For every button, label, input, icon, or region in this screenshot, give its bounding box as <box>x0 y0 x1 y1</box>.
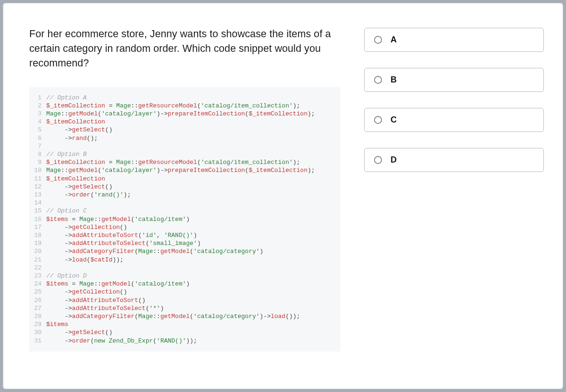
code-content: ->addAttributeToSort() <box>46 296 146 304</box>
code-content: $items = Mage::getModel('catalog/item') <box>46 280 190 288</box>
code-content <box>46 142 50 150</box>
code-content: Mage::getModel('catalog/layer')->prepare… <box>46 166 315 174</box>
line-number: 10 <box>32 166 46 174</box>
code-line: 8// Option B <box>32 150 336 158</box>
code-line: 6 ->rand(); <box>32 134 336 142</box>
code-line: 5 ->getSelect() <box>32 126 336 134</box>
line-number: 30 <box>32 328 46 336</box>
code-content: ->addCategoryFilter(Mage::getModel('cata… <box>46 247 263 255</box>
option-label: C <box>391 115 397 125</box>
code-line: 18 ->addAttributeToSort('id', 'RAND()') <box>32 231 336 239</box>
line-number: 18 <box>32 231 46 239</box>
line-number: 17 <box>32 223 46 231</box>
code-content <box>46 199 50 207</box>
line-number: 13 <box>32 191 46 199</box>
code-snippet: 1// Option A2$_itemCollection = Mage::ge… <box>29 87 341 351</box>
line-number: 20 <box>32 247 46 255</box>
answer-option-a[interactable]: A <box>364 28 544 52</box>
line-number: 9 <box>32 158 46 166</box>
code-line: 12 ->getSelect() <box>32 183 336 191</box>
option-label: B <box>391 75 397 85</box>
code-content: Mage::getModel('catalog/layer')->prepare… <box>46 110 315 118</box>
code-content: $_itemCollection <box>46 118 105 126</box>
line-number: 24 <box>32 280 46 288</box>
code-content: $items = Mage::getModel('catalog/item') <box>46 215 190 223</box>
code-line: 1// Option A <box>32 94 336 102</box>
code-line: 21 ->load($catId)); <box>32 256 336 264</box>
code-content: ->order(new Zend_Db_Expr('RAND()')); <box>46 337 197 345</box>
code-content: ->getSelect() <box>46 183 112 191</box>
code-line: 31 ->order(new Zend_Db_Expr('RAND()')); <box>32 337 336 345</box>
code-content: ->addAttributeToSelect('small_image') <box>46 239 201 247</box>
quiz-card: For her ecommerce store, Jenny wants to … <box>3 3 563 389</box>
line-number: 27 <box>32 304 46 312</box>
code-line: 7 <box>32 142 336 150</box>
line-number: 23 <box>32 272 46 280</box>
code-content: ->getCollection() <box>46 223 127 231</box>
code-line: 3Mage::getModel('catalog/layer')->prepar… <box>32 110 336 118</box>
code-line: 15// Option C <box>32 207 336 215</box>
line-number: 7 <box>32 142 46 150</box>
code-line: 9$_itemCollection = Mage::getResourceMod… <box>32 158 336 166</box>
line-number: 11 <box>32 175 46 183</box>
code-line: 13 ->order('rand()'); <box>32 191 336 199</box>
code-line: 25 ->getCollection() <box>32 288 336 296</box>
code-line: 17 ->getCollection() <box>32 223 336 231</box>
line-number: 3 <box>32 110 46 118</box>
code-line: 28 ->addCategoryFilter(Mage::getModel('c… <box>32 312 336 320</box>
code-line: 26 ->addAttributeToSort() <box>32 296 336 304</box>
code-content: // Option B <box>46 150 87 158</box>
code-content: ->rand(); <box>46 134 98 142</box>
code-content: $items <box>46 320 68 328</box>
code-content: ->getCollection() <box>46 288 127 296</box>
line-number: 21 <box>32 256 46 264</box>
line-number: 15 <box>32 207 46 215</box>
code-line: 10Mage::getModel('catalog/layer')->prepa… <box>32 166 336 174</box>
code-line: 14 <box>32 199 336 207</box>
code-content: $_itemCollection = Mage::getResourceMode… <box>46 158 300 166</box>
code-line: 16$items = Mage::getModel('catalog/item'… <box>32 215 336 223</box>
code-line: 19 ->addAttributeToSelect('small_image') <box>32 239 336 247</box>
code-content: // Option D <box>46 272 87 280</box>
line-number: 28 <box>32 312 46 320</box>
line-number: 1 <box>32 94 46 102</box>
radio-icon <box>374 116 382 124</box>
line-number: 25 <box>32 288 46 296</box>
line-number: 14 <box>32 199 46 207</box>
line-number: 16 <box>32 215 46 223</box>
code-content: $_itemCollection <box>46 175 105 183</box>
code-line: 29$items <box>32 320 336 328</box>
line-number: 29 <box>32 320 46 328</box>
code-line: 20 ->addCategoryFilter(Mage::getModel('c… <box>32 247 336 255</box>
code-line: 24$items = Mage::getModel('catalog/item'… <box>32 280 336 288</box>
answer-option-c[interactable]: C <box>364 108 544 132</box>
line-number: 4 <box>32 118 46 126</box>
answer-option-b[interactable]: B <box>364 68 544 92</box>
line-number: 5 <box>32 126 46 134</box>
code-line: 30 ->getSelect() <box>32 328 336 336</box>
code-content: ->getSelect() <box>46 126 112 134</box>
code-content: ->load($catId)); <box>46 256 124 264</box>
line-number: 19 <box>32 239 46 247</box>
code-line: 11$_itemCollection <box>32 175 336 183</box>
option-label: A <box>391 35 397 45</box>
answer-option-d[interactable]: D <box>364 148 544 172</box>
radio-icon <box>374 76 382 84</box>
code-line: 27 ->addAttributeToSelect('*') <box>32 304 336 312</box>
code-content <box>46 264 50 272</box>
code-content: // Option A <box>46 94 87 102</box>
line-number: 31 <box>32 337 46 345</box>
code-content: ->getSelect() <box>46 328 112 336</box>
code-content: ->addAttributeToSelect('*') <box>46 304 164 312</box>
line-number: 26 <box>32 296 46 304</box>
code-line: 22 <box>32 264 336 272</box>
line-number: 8 <box>32 150 46 158</box>
code-content: // Option C <box>46 207 87 215</box>
option-label: D <box>391 155 397 165</box>
code-content: ->addCategoryFilter(Mage::getModel('cata… <box>46 312 300 320</box>
line-number: 22 <box>32 264 46 272</box>
question-text: For her ecommerce store, Jenny wants to … <box>29 27 341 71</box>
code-line: 23// Option D <box>32 272 336 280</box>
line-number: 12 <box>32 183 46 191</box>
line-number: 6 <box>32 134 46 142</box>
